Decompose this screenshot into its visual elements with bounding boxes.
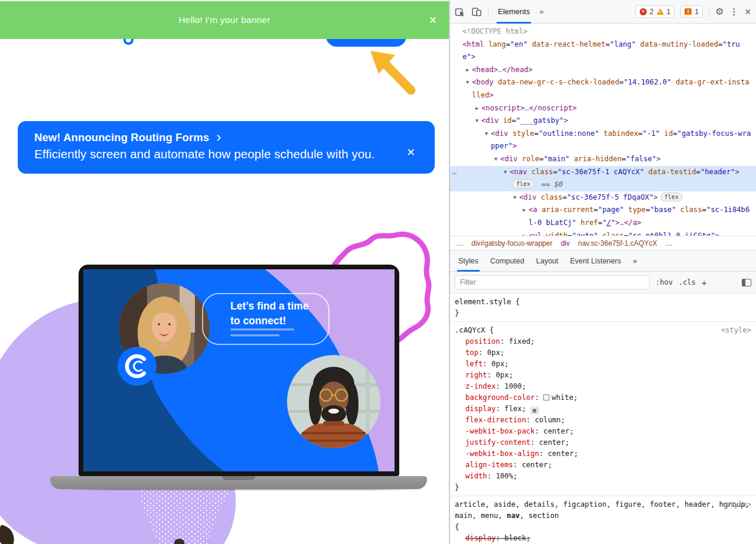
console-errors-badge[interactable]: 2 1 <box>636 5 674 18</box>
collapsed-arrow-icon[interactable]: ▶ <box>463 64 472 77</box>
banner-close-icon[interactable]: ✕ <box>429 14 437 27</box>
promo-banner[interactable]: New! Announcing Routing Forms › Efficien… <box>18 121 435 174</box>
code-token: <a <box>529 206 537 214</box>
css-property[interactable]: align-items: center; <box>455 460 751 471</box>
promo-close-icon[interactable]: ✕ <box>406 146 415 159</box>
code-token: href <box>576 219 598 227</box>
dom-tree-line[interactable]: <html lang="en" data-react-helmet="lang"… <box>450 38 756 64</box>
css-property[interactable]: justify-content: center; <box>455 437 751 448</box>
code-token: == $0 <box>537 180 563 188</box>
close-brace: } <box>455 308 751 319</box>
dom-tree-line[interactable]: ▶<noscript>…</noscript> <box>450 102 756 115</box>
sidebar-toggle-icon[interactable] <box>742 279 751 286</box>
toggle-hover-state[interactable]: :hov <box>656 278 673 286</box>
dom-tree-line[interactable]: …▼<nav class="sc-36e75f-1 cAQYcX" data-t… <box>450 166 756 191</box>
css-rule[interactable]: <style>.cAQYcX {position: fixed;top: 0px… <box>450 322 756 496</box>
code-token: > <box>563 116 568 125</box>
css-property[interactable]: position: fixed; <box>455 336 751 347</box>
collapsed-arrow-icon[interactable]: ▶ <box>472 102 481 115</box>
chevron-right-icon[interactable]: › <box>216 132 221 142</box>
dom-tree-line[interactable]: ▼<div role="main" aria-hidden="false"> <box>450 153 756 166</box>
collapsed-arrow-icon[interactable]: ▶ <box>520 230 529 236</box>
css-property[interactable]: right: 0px; <box>455 370 751 381</box>
code-token: style <box>508 129 534 138</box>
css-property[interactable]: width: 100%; <box>455 471 751 482</box>
expanded-arrow-icon[interactable]: ▼ <box>472 115 481 128</box>
css-rule[interactable]: <style>article, aside, details, figcapti… <box>450 496 756 544</box>
tab-computed[interactable]: Computed <box>484 250 530 272</box>
css-property[interactable]: top: 0px; <box>455 347 751 359</box>
code-token: <nav <box>510 168 527 176</box>
tab-event-listeners[interactable]: Event Listeners <box>564 250 627 272</box>
dom-tree-line[interactable]: ▶<a aria-current="page" type="base" clas… <box>450 204 756 229</box>
dom-tree-line[interactable]: ▼<div style="outline:none" tabindex="-1"… <box>450 128 756 153</box>
more-tabs-icon[interactable]: » <box>539 7 543 16</box>
property-name: -webkit-box-pack <box>465 427 535 435</box>
color-swatch[interactable] <box>543 395 549 400</box>
flex-editor-icon[interactable]: ▦ <box>530 406 539 415</box>
expanded-arrow-icon[interactable]: ▼ <box>510 191 519 204</box>
selector-text: nav <box>507 512 520 520</box>
css-property[interactable]: background-color: white; <box>455 392 751 403</box>
toolbar-divider <box>709 6 709 17</box>
code-token: = <box>534 129 538 138</box>
breadcrumb-item[interactable]: nav.sc-36e75f-1.cAQYcX <box>578 239 657 247</box>
promo-title[interactable]: New! Announcing Routing Forms <box>34 131 209 144</box>
new-style-rule-button[interactable]: + <box>702 278 707 288</box>
rule-source-link[interactable]: <style> <box>721 325 751 336</box>
code-token: lang <box>484 40 506 48</box>
breadcrumb-item[interactable]: … <box>456 239 463 247</box>
dom-tree-line[interactable]: ▼<body data-new-gr-c-s-check-loaded="14.… <box>450 76 756 102</box>
code-token: > <box>471 53 475 61</box>
css-property[interactable]: flex-direction: column; <box>455 415 751 426</box>
collapsed-arrow-icon[interactable]: ▶ <box>520 204 529 217</box>
tab-elements[interactable]: Elements <box>494 0 533 24</box>
rule-source-link[interactable]: <style> <box>721 499 751 510</box>
expanded-arrow-icon[interactable]: ▼ <box>482 128 491 141</box>
code-token: "outline:none" <box>539 129 599 138</box>
dom-tree-line[interactable]: ▼<div id="___gatsby"> <box>450 115 756 128</box>
tab-layout[interactable]: Layout <box>530 250 565 272</box>
css-property[interactable]: display: block; <box>455 533 751 544</box>
issues-badge[interactable]: 1 <box>680 5 703 18</box>
css-property[interactable]: z-index: 1000; <box>455 381 751 392</box>
tab--[interactable]: » <box>627 250 643 272</box>
code-token: = <box>696 168 700 176</box>
styles-sidebar-tabs: StylesComputedLayoutEvent Listeners» <box>450 250 756 272</box>
code-token: = <box>605 40 610 48</box>
tab-styles[interactable]: Styles <box>452 250 484 272</box>
dom-tree-line[interactable]: ▶<ul width="auto" class="sc-pt0hl1-0 iiC… <box>450 230 756 236</box>
top-banner: Hello! I'm your banner ✕ <box>0 1 449 39</box>
css-property[interactable]: display: flex;▦ <box>455 403 751 415</box>
code-token: "-1" <box>643 129 660 138</box>
code-token: <body <box>472 78 494 86</box>
property-name: right <box>465 371 487 379</box>
property-name: -webkit-box-align <box>465 449 539 458</box>
close-brace: } <box>455 482 751 493</box>
property-name: display <box>465 534 496 542</box>
breadcrumb-item[interactable]: … <box>666 239 673 247</box>
styles-filter-input[interactable] <box>455 275 650 289</box>
dom-tree-line[interactable]: ▼<div class="sc-36e75f-5 fDqaOX">flex <box>450 191 756 204</box>
toggle-element-classes[interactable]: .cls <box>679 278 696 286</box>
dom-tree-line[interactable]: ▶<head>…</head> <box>450 64 756 77</box>
breadcrumb-item[interactable]: div#gatsby-focus-wrapper <box>471 239 552 247</box>
css-property[interactable]: -webkit-box-pack: center; <box>455 426 751 437</box>
code-token: = <box>598 219 602 227</box>
laptop-illustration: Let’s find a time to connect! <box>79 265 399 476</box>
device-toolbar-icon[interactable] <box>471 6 482 17</box>
settings-gear-icon[interactable]: ⚙ <box>715 7 724 17</box>
yellow-cursor-arrow-icon <box>360 47 419 100</box>
property-name: display <box>465 405 496 413</box>
breadcrumb-item[interactable]: div <box>561 239 569 247</box>
expanded-arrow-icon[interactable]: ▼ <box>463 76 472 89</box>
css-rule[interactable]: element.style {} <box>450 294 756 322</box>
expanded-arrow-icon[interactable]: ▼ <box>501 166 510 179</box>
dom-tree-line[interactable]: <!DOCTYPE html> <box>450 25 756 38</box>
kebab-menu-icon[interactable]: ⋮ <box>729 6 738 17</box>
css-property[interactable]: left: 0px; <box>455 359 751 370</box>
inspect-element-icon[interactable] <box>455 6 465 17</box>
css-property[interactable]: -webkit-box-align: center; <box>455 448 751 460</box>
expanded-arrow-icon[interactable]: ▼ <box>491 153 500 166</box>
devtools-close-icon[interactable]: ✕ <box>744 7 751 17</box>
